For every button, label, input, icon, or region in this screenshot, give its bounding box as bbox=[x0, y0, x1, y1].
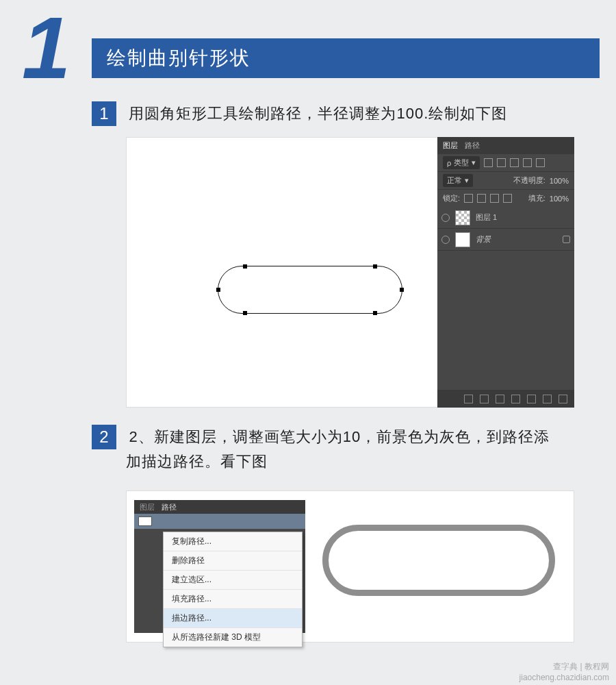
path-row-selected[interactable] bbox=[134, 514, 305, 529]
lock-transparent-icon[interactable] bbox=[464, 194, 473, 203]
chevron-down-icon: ▾ bbox=[472, 158, 476, 167]
layer-item-1[interactable]: 图层 1 bbox=[437, 207, 574, 229]
menu-make-selection[interactable]: 建立选区... bbox=[164, 571, 302, 590]
stroked-stadium-shape bbox=[322, 525, 555, 596]
layer-thumbnail bbox=[455, 210, 470, 225]
fill-label: 填充: bbox=[528, 193, 546, 203]
lock-label: 锁定: bbox=[443, 193, 460, 203]
paths-panel-tabs: 图层 路径 bbox=[134, 500, 305, 514]
blend-row: 正常 ▾ 不透明度: 100% bbox=[437, 171, 574, 189]
rounded-rect-path bbox=[218, 266, 402, 314]
canvas-area bbox=[126, 137, 437, 408]
watermark: 查字典 | 教程网 jiaocheng.chazidian.com bbox=[0, 658, 616, 685]
menu-duplicate-path[interactable]: 复制路径... bbox=[164, 532, 302, 551]
tab-layers[interactable]: 图层 bbox=[443, 140, 458, 151]
fill-value[interactable]: 100% bbox=[550, 195, 569, 203]
section-header: 绘制曲别针形状 bbox=[92, 38, 600, 78]
lock-icon bbox=[563, 236, 570, 243]
lock-row: 锁定: 填充: 100% bbox=[437, 189, 574, 207]
visibility-eye-icon[interactable] bbox=[441, 236, 450, 244]
anchor-point bbox=[216, 288, 220, 292]
tab-paths[interactable]: 路径 bbox=[162, 502, 177, 512]
step-1-number: 1 bbox=[92, 101, 116, 126]
menu-stroke-path[interactable]: 描边路径... bbox=[164, 609, 302, 628]
watermark-line2: jiaocheng.chazidian.com bbox=[7, 673, 609, 682]
layer-name: 图层 1 bbox=[476, 212, 497, 223]
panel-tabs: 图层 路径 bbox=[437, 137, 574, 153]
anchor-point bbox=[400, 288, 404, 292]
lock-pixels-icon[interactable] bbox=[477, 194, 486, 203]
anchor-point bbox=[373, 264, 377, 269]
adjustment-layer-icon[interactable] bbox=[511, 395, 520, 403]
panel-footer bbox=[437, 390, 574, 408]
filter-text-icon[interactable] bbox=[510, 158, 519, 167]
layer-list: 图层 1 背景 bbox=[437, 207, 574, 390]
section-big-number: 1 bbox=[22, 0, 65, 98]
context-menu: 复制路径... 删除路径 建立选区... 填充路径... 描边路径... 从所选… bbox=[163, 532, 303, 647]
filter-type-dropdown[interactable]: ρ 类型 ▾ bbox=[443, 156, 480, 169]
trash-icon[interactable] bbox=[559, 395, 567, 403]
visibility-eye-icon[interactable] bbox=[441, 214, 450, 222]
opacity-label: 不透明度: bbox=[513, 175, 546, 186]
step-1: 1 用圆角矩形工具绘制路径，半径调整为100.绘制如下图 bbox=[92, 101, 507, 126]
link-layers-icon[interactable] bbox=[464, 395, 473, 403]
step-2-number: 2 bbox=[92, 425, 116, 449]
path-thumbnail bbox=[138, 516, 152, 526]
layer-thumbnail bbox=[455, 232, 470, 247]
figure-2: 图层 路径 复制路径... 删除路径 建立选区... 填充路径... 描边路径.… bbox=[126, 490, 574, 643]
search-icon: ρ bbox=[447, 159, 451, 167]
chevron-down-icon: ▾ bbox=[465, 176, 469, 185]
filter-row: ρ 类型 ▾ bbox=[437, 153, 574, 171]
filter-smart-icon[interactable] bbox=[536, 158, 545, 167]
layer-mask-icon[interactable] bbox=[496, 395, 504, 403]
opacity-value[interactable]: 100% bbox=[550, 177, 569, 185]
step-1-text: 用圆角矩形工具绘制路径，半径调整为100.绘制如下图 bbox=[129, 101, 507, 126]
anchor-point bbox=[243, 264, 247, 269]
group-icon[interactable] bbox=[527, 395, 536, 403]
watermark-line1: 查字典 | 教程网 bbox=[7, 661, 609, 673]
layer-item-bg[interactable]: 背景 bbox=[437, 229, 574, 251]
menu-3d-from-path[interactable]: 从所选路径新建 3D 模型 bbox=[164, 628, 302, 647]
filter-adjust-icon[interactable] bbox=[497, 158, 506, 167]
lock-all-icon[interactable] bbox=[503, 194, 512, 203]
step-2: 2 2、新建图层，调整画笔大小为10，前景色为灰色，到路径添 加描边路径。看下图 bbox=[92, 425, 550, 474]
paths-panel: 图层 路径 复制路径... 删除路径 建立选区... 填充路径... 描边路径.… bbox=[134, 500, 305, 633]
filter-image-icon[interactable] bbox=[484, 158, 493, 167]
anchor-point bbox=[243, 311, 247, 315]
lock-position-icon[interactable] bbox=[490, 194, 499, 203]
menu-delete-path[interactable]: 删除路径 bbox=[164, 551, 302, 571]
tab-layers[interactable]: 图层 bbox=[140, 502, 155, 512]
layers-panel: 图层 路径 ρ 类型 ▾ 正常 ▾ 不透明度: 100% 锁定: bbox=[437, 137, 574, 408]
filter-type-label: 类型 bbox=[454, 158, 469, 168]
step-2-text-line2: 加描边路径。看下图 bbox=[126, 449, 550, 474]
layer-name: 背景 bbox=[476, 234, 491, 245]
filter-shape-icon[interactable] bbox=[523, 158, 532, 167]
tab-paths[interactable]: 路径 bbox=[465, 140, 480, 151]
blend-mode-value: 正常 bbox=[447, 175, 462, 186]
anchor-point bbox=[373, 311, 377, 315]
blend-mode-dropdown[interactable]: 正常 ▾ bbox=[443, 174, 473, 187]
layer-style-icon[interactable] bbox=[480, 395, 489, 403]
step-2-text-line1: 2、新建图层，调整画笔大小为10，前景色为灰色，到路径添 bbox=[129, 425, 550, 449]
menu-fill-path[interactable]: 填充路径... bbox=[164, 590, 302, 609]
figure-1: 图层 路径 ρ 类型 ▾ 正常 ▾ 不透明度: 100% 锁定: bbox=[126, 137, 574, 408]
new-layer-icon[interactable] bbox=[543, 395, 552, 403]
